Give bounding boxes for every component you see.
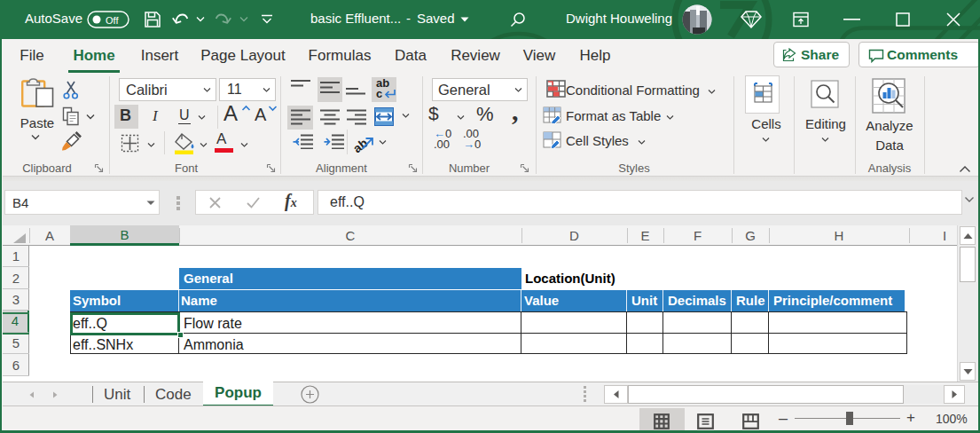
- svg-text:Off: Off: [106, 15, 119, 26]
